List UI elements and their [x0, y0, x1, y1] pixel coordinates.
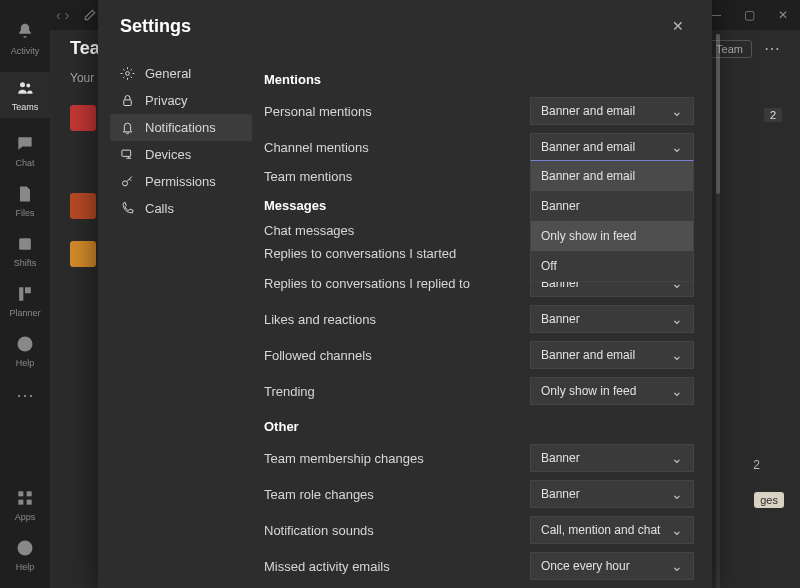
- membership-dropdown[interactable]: Banner ⌄: [530, 444, 694, 472]
- compose-icon[interactable]: [83, 8, 97, 22]
- chevron-down-icon: ⌄: [671, 558, 683, 574]
- nav-back[interactable]: ‹: [56, 7, 61, 23]
- chevron-down-icon: ⌄: [671, 139, 683, 155]
- svg-rect-5: [27, 491, 32, 496]
- nav-privacy-label: Privacy: [145, 93, 188, 108]
- teams-icon: [15, 78, 35, 98]
- dropdown-value: Banner: [541, 487, 580, 501]
- role-dropdown[interactable]: Banner ⌄: [530, 480, 694, 508]
- missed-dropdown[interactable]: Once every hour ⌄: [530, 552, 694, 580]
- dropdown-option[interactable]: Only show in feed: [531, 221, 693, 251]
- rail-chat[interactable]: Chat: [0, 134, 50, 168]
- phone-icon: [120, 201, 135, 216]
- nav-general-label: General: [145, 66, 191, 81]
- user-avatar-2[interactable]: [70, 193, 96, 219]
- likes-reactions-label: Likes and reactions: [264, 312, 530, 327]
- team-name-truncated: Tea: [70, 38, 100, 59]
- modal-scrollbar-thumb[interactable]: [716, 34, 720, 194]
- chevron-down-icon: ⌄: [671, 383, 683, 399]
- apps-icon: [15, 488, 35, 508]
- nav-notifications-label: Notifications: [145, 120, 216, 135]
- chevron-down-icon: ⌄: [671, 347, 683, 363]
- devices-icon: [120, 147, 135, 162]
- channel-mentions-menu: Banner and email Banner Only show in fee…: [530, 160, 694, 282]
- svg-point-8: [18, 541, 33, 556]
- svg-rect-2: [19, 238, 31, 250]
- user-avatar-1[interactable]: [70, 105, 96, 131]
- nav-devices-label: Devices: [145, 147, 191, 162]
- rail-planner[interactable]: Planner: [0, 284, 50, 318]
- help-icon: [15, 538, 35, 558]
- svg-rect-10: [124, 100, 132, 106]
- close-button[interactable]: ✕: [666, 12, 690, 40]
- nav-privacy[interactable]: Privacy: [110, 87, 252, 114]
- chat-messages-label: Chat messages: [264, 223, 530, 238]
- right-count-2: 2: [753, 458, 760, 472]
- team-badge[interactable]: Team: [707, 40, 752, 58]
- nav-devices[interactable]: Devices: [110, 141, 252, 168]
- dropdown-option[interactable]: Off: [531, 251, 693, 281]
- team-membership-label: Team membership changes: [264, 451, 530, 466]
- rail-help[interactable]: Help: [0, 538, 50, 572]
- trending-dropdown[interactable]: Only show in feed ⌄: [530, 377, 694, 405]
- bell-icon: [15, 22, 35, 42]
- rail-apps[interactable]: Apps: [0, 488, 50, 522]
- window-close[interactable]: ✕: [766, 0, 800, 30]
- dropdown-value: Banner and email: [541, 140, 635, 154]
- chevron-down-icon: ⌄: [671, 486, 683, 502]
- rail-activity[interactable]: Activity: [0, 22, 50, 56]
- nav-calls-label: Calls: [145, 201, 174, 216]
- dropdown-value: Banner and email: [541, 348, 635, 362]
- gear-icon: [120, 66, 135, 81]
- dropdown-option[interactable]: Banner: [531, 191, 693, 221]
- missed-emails-label: Missed activity emails: [264, 559, 530, 574]
- nav-notifications[interactable]: Notifications: [110, 114, 252, 141]
- rail-teams[interactable]: Teams: [0, 72, 50, 118]
- svg-rect-4: [18, 491, 23, 496]
- shifts-icon: [15, 234, 35, 254]
- channel-mentions-dropdown[interactable]: Banner and email ⌄ Banner and email Bann…: [530, 133, 694, 161]
- personal-mentions-label: Personal mentions: [264, 104, 530, 119]
- lock-icon: [120, 93, 135, 108]
- rail-shifts[interactable]: Shifts: [0, 234, 50, 268]
- team-more-icon[interactable]: ⋯: [764, 39, 780, 58]
- chevron-down-icon: ⌄: [671, 450, 683, 466]
- dropdown-value: Only show in feed: [541, 384, 636, 398]
- svg-point-1: [26, 84, 30, 88]
- right-count-1: 2: [764, 108, 782, 122]
- notification-sounds-label: Notification sounds: [264, 523, 530, 538]
- nav-calls[interactable]: Calls: [110, 195, 252, 222]
- rail-files[interactable]: Files: [0, 184, 50, 218]
- replies-started-label: Replies to conversations I started: [264, 246, 530, 261]
- settings-modal: Settings ✕ General Privacy Notifications…: [98, 0, 712, 588]
- sounds-dropdown[interactable]: Call, mention and chat ⌄: [530, 516, 694, 544]
- rail-more-icon[interactable]: ⋯: [16, 384, 34, 406]
- nav-permissions[interactable]: Permissions: [110, 168, 252, 195]
- dropdown-value: Banner and email: [541, 104, 635, 118]
- nav-general[interactable]: General: [110, 60, 252, 87]
- svg-point-9: [126, 72, 130, 76]
- svg-point-3: [18, 337, 33, 352]
- settings-nav: General Privacy Notifications Devices Pe…: [98, 50, 258, 588]
- nav-permissions-label: Permissions: [145, 174, 216, 189]
- settings-title: Settings: [120, 16, 191, 37]
- likes-dropdown[interactable]: Banner ⌄: [530, 305, 694, 333]
- svg-rect-6: [18, 500, 23, 505]
- rail-help-top[interactable]: Help: [0, 334, 50, 368]
- ages-tag[interactable]: ges: [754, 492, 784, 508]
- section-other-title: Other: [264, 419, 694, 434]
- nav-forward[interactable]: ›: [65, 7, 70, 23]
- window-maximize[interactable]: ▢: [732, 0, 766, 30]
- dropdown-option[interactable]: Banner and email: [531, 161, 693, 191]
- svg-rect-11: [122, 150, 131, 156]
- chevron-down-icon: ⌄: [671, 522, 683, 538]
- followed-dropdown[interactable]: Banner and email ⌄: [530, 341, 694, 369]
- user-avatar-3[interactable]: [70, 241, 96, 267]
- svg-rect-7: [27, 500, 32, 505]
- chevron-down-icon: ⌄: [671, 103, 683, 119]
- team-role-label: Team role changes: [264, 487, 530, 502]
- team-mentions-label: Team mentions: [264, 169, 530, 184]
- personal-mentions-dropdown[interactable]: Banner and email ⌄: [530, 97, 694, 125]
- settings-content: Mentions Personal mentions Banner and em…: [258, 50, 712, 588]
- followed-channels-label: Followed channels: [264, 348, 530, 363]
